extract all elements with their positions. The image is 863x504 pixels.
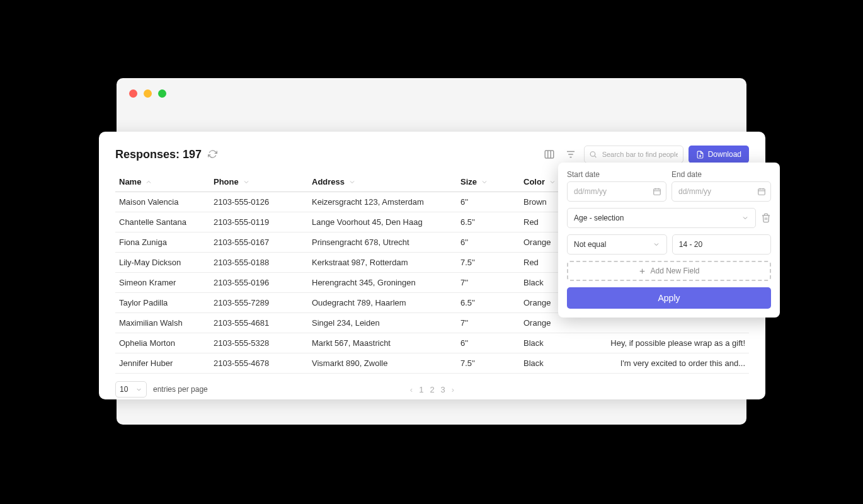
download-button[interactable]: Download — [689, 146, 749, 163]
cell-address: Singel 234, Leiden — [308, 313, 457, 333]
cell-name: Chantelle Santana — [115, 212, 210, 232]
cell-name: Maximilian Walsh — [115, 313, 210, 333]
cell-phone: 2103-555-5328 — [210, 333, 308, 353]
table-row[interactable]: Ophelia Morton2103-555-5328Markt 567, Ma… — [115, 333, 749, 353]
cell-size: 6'' — [457, 192, 520, 212]
cell-name: Taylor Padilla — [115, 293, 210, 313]
start-date-label: Start date — [567, 170, 666, 179]
entries-per-page-select[interactable]: 10 — [115, 381, 147, 398]
cell-name: Jennifer Huber — [115, 353, 210, 374]
entries-label: entries per page — [153, 385, 208, 394]
svg-point-6 — [590, 152, 595, 157]
cell-address: Herengracht 345, Groningen — [308, 273, 457, 293]
window-minimize-icon[interactable] — [144, 89, 152, 98]
column-header-size[interactable]: Size — [460, 177, 516, 186]
trash-icon[interactable] — [761, 213, 771, 223]
cell-name: Fiona Zuniga — [115, 232, 210, 253]
cell-size: 7.5'' — [457, 353, 520, 374]
pagination-next-icon[interactable]: › — [452, 385, 454, 394]
column-header-name[interactable]: Name — [119, 177, 206, 186]
cell-size: 6'' — [457, 232, 520, 253]
filter-icon[interactable] — [563, 146, 579, 163]
cell-phone: 2103-555-0196 — [210, 273, 308, 293]
cell-address: Prinsengracht 678, Utrecht — [308, 232, 457, 253]
filter-operator-select[interactable]: Not equal — [567, 234, 667, 255]
pagination-page[interactable]: 3 — [441, 385, 445, 394]
sort-icon — [243, 178, 250, 186]
cell-name: Lily-May Dickson — [115, 253, 210, 273]
cell-address: Vismarkt 890, Zwolle — [308, 353, 457, 374]
svg-rect-0 — [545, 151, 554, 158]
cell-address: Markt 567, Maastricht — [308, 333, 457, 353]
cell-name: Simeon Kramer — [115, 273, 210, 293]
cell-address: Keizersgracht 123, Amsterdam — [308, 192, 457, 212]
end-date-input[interactable] — [672, 181, 771, 202]
cell-phone: 2103-555-0126 — [210, 192, 308, 212]
cell-notes: I'm very excited to order this and... — [583, 353, 749, 374]
panel-title: Responses: 197 — [115, 148, 202, 161]
column-header-phone[interactable]: Phone — [214, 177, 304, 186]
cell-phone: 2103-555-7289 — [210, 293, 308, 313]
svg-rect-13 — [758, 189, 765, 195]
end-date-label: End date — [672, 170, 771, 179]
cell-phone: 2103-555-4681 — [210, 313, 308, 333]
sort-asc-icon — [145, 178, 152, 186]
cell-address: Kerkstraat 987, Rotterdam — [308, 253, 457, 273]
window-close-icon[interactable] — [129, 89, 137, 98]
filter-value-input[interactable] — [672, 234, 771, 255]
download-icon — [696, 151, 704, 159]
search-icon — [589, 151, 597, 159]
cell-phone: 2103-555-0188 — [210, 253, 308, 273]
table-footer: 10 entries per page ‹ 1 2 3 › — [115, 381, 749, 398]
pagination-page[interactable]: 1 — [419, 385, 423, 394]
cell-size: 6'' — [457, 333, 520, 353]
apply-button[interactable]: Apply — [567, 287, 771, 309]
browser-titlebar — [117, 78, 746, 108]
columns-icon[interactable] — [541, 146, 557, 163]
column-header-address[interactable]: Address — [312, 177, 453, 186]
refresh-icon[interactable] — [208, 149, 218, 159]
filter-popover: Start date End date Age - selection — [558, 163, 780, 318]
cell-name: Maison Valencia — [115, 192, 210, 212]
cell-size: 7'' — [457, 313, 520, 333]
cell-phone: 2103-555-0167 — [210, 232, 308, 253]
pagination-prev-icon[interactable]: ‹ — [410, 385, 413, 394]
cell-size: 6.5'' — [457, 212, 520, 232]
cell-size: 7.5'' — [457, 253, 520, 273]
sort-icon — [549, 178, 556, 186]
cell-phone: 2103-555-0119 — [210, 212, 308, 232]
cell-color: Black — [520, 333, 583, 353]
search-input[interactable] — [584, 146, 683, 163]
sort-icon — [481, 178, 488, 186]
cell-phone: 2103-555-4678 — [210, 353, 308, 374]
cell-size: 6.5'' — [457, 293, 520, 313]
start-date-input[interactable] — [567, 181, 666, 202]
add-field-button[interactable]: Add New Field — [567, 261, 771, 281]
pagination-page[interactable]: 2 — [430, 385, 434, 394]
svg-line-7 — [595, 156, 596, 158]
cell-address: Oudegracht 789, Haarlem — [308, 293, 457, 313]
chevron-down-icon — [135, 386, 142, 393]
table-row[interactable]: Jennifer Huber2103-555-4678Vismarkt 890,… — [115, 353, 749, 374]
sort-icon — [348, 178, 356, 186]
panel-header: Responses: 197 — [115, 146, 749, 163]
cell-color: Black — [520, 353, 583, 374]
cell-name: Ophelia Morton — [115, 333, 210, 353]
cell-size: 7'' — [457, 273, 520, 293]
filter-field-select[interactable]: Age - selection — [567, 208, 756, 228]
pagination: ‹ 1 2 3 › — [410, 385, 454, 394]
cell-address: Lange Voorhout 45, Den Haag — [308, 212, 457, 232]
window-maximize-icon[interactable] — [158, 89, 166, 98]
calendar-icon[interactable] — [757, 187, 766, 196]
calendar-icon[interactable] — [653, 187, 661, 196]
svg-rect-9 — [654, 189, 661, 195]
cell-notes: Hey, if possible please wrap as a gift! — [583, 333, 749, 353]
chevron-down-icon — [741, 214, 749, 222]
chevron-down-icon — [653, 241, 660, 248]
plus-icon — [638, 267, 646, 275]
